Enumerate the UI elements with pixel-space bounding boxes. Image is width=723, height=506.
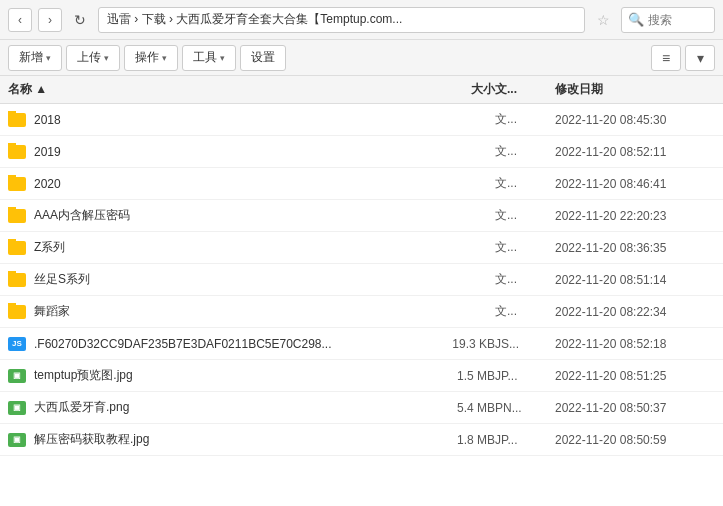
file-name: 2020 bbox=[34, 177, 61, 191]
file-name-cell: 丝足S系列 bbox=[8, 271, 405, 289]
menu-button[interactable]: ≡ bbox=[651, 45, 681, 71]
new-dropdown-arrow: ▾ bbox=[46, 53, 51, 63]
file-type: 文... bbox=[495, 271, 555, 288]
new-button[interactable]: 新增 ▾ bbox=[8, 45, 62, 71]
file-date: 2022-11-20 08:50:37 bbox=[555, 401, 715, 415]
file-date: 2022-11-20 08:22:34 bbox=[555, 305, 715, 319]
file-type: 文... bbox=[495, 175, 555, 192]
image-file-icon: ▣ bbox=[8, 433, 26, 447]
tools-dropdown-arrow: ▾ bbox=[220, 53, 225, 63]
file-type: 文... bbox=[495, 207, 555, 224]
table-row[interactable]: ▣ temptup预览图.jpg 1.5 MB JP... 2022-11-20… bbox=[0, 360, 723, 392]
file-size: 19.3 KB bbox=[405, 337, 495, 351]
file-size: 1.8 MB bbox=[405, 433, 495, 447]
file-name-cell: 2020 bbox=[8, 175, 405, 193]
table-row[interactable]: 舞蹈家 文... 2022-11-20 08:22:34 bbox=[0, 296, 723, 328]
star-button[interactable]: ☆ bbox=[591, 8, 615, 32]
file-name: 丝足S系列 bbox=[34, 271, 90, 288]
image-file-icon: ▣ bbox=[8, 401, 26, 415]
file-name: Z系列 bbox=[34, 239, 65, 256]
refresh-button[interactable]: ↻ bbox=[68, 8, 92, 32]
folder-icon bbox=[8, 177, 26, 191]
header-type[interactable]: 文... bbox=[495, 81, 555, 98]
file-date: 2022-11-20 22:20:23 bbox=[555, 209, 715, 223]
table-row[interactable]: JS .F60270D32CC9DAF235B7E3DAF0211BC5E70C… bbox=[0, 328, 723, 360]
file-name: .F60270D32CC9DAF235B7E3DAF0211BC5E70C298… bbox=[34, 337, 332, 351]
header-date[interactable]: 修改日期 bbox=[555, 81, 715, 98]
file-name-cell: JS .F60270D32CC9DAF235B7E3DAF0211BC5E70C… bbox=[8, 335, 405, 353]
file-list-header: 名称 ▲ 大小 文... 修改日期 bbox=[0, 76, 723, 104]
folder-icon bbox=[8, 145, 26, 159]
file-type: PN... bbox=[495, 401, 555, 415]
folder-icon bbox=[8, 305, 26, 319]
file-date: 2022-11-20 08:50:59 bbox=[555, 433, 715, 447]
file-icon-wrapper: ▣ bbox=[8, 431, 26, 449]
file-name-cell: ▣ 解压密码获取教程.jpg bbox=[8, 431, 405, 449]
header-name[interactable]: 名称 ▲ bbox=[8, 81, 405, 98]
file-icon-wrapper bbox=[8, 175, 26, 193]
file-date: 2022-11-20 08:46:41 bbox=[555, 177, 715, 191]
file-name-cell: AAA内含解压密码 bbox=[8, 207, 405, 225]
file-list: 2018 文... 2022-11-20 08:45:30 2019 文... … bbox=[0, 104, 723, 506]
search-input[interactable] bbox=[648, 13, 708, 27]
file-name-cell: ▣ temptup预览图.jpg bbox=[8, 367, 405, 385]
file-date: 2022-11-20 08:36:35 bbox=[555, 241, 715, 255]
folder-icon bbox=[8, 113, 26, 127]
file-name-cell: ▣ 大西瓜爱牙育.png bbox=[8, 399, 405, 417]
file-name: AAA内含解压密码 bbox=[34, 207, 130, 224]
file-icon-wrapper bbox=[8, 143, 26, 161]
file-icon-wrapper bbox=[8, 303, 26, 321]
file-name: 2018 bbox=[34, 113, 61, 127]
file-icon-wrapper: ▣ bbox=[8, 399, 26, 417]
file-name: 解压密码获取教程.jpg bbox=[34, 431, 149, 448]
file-type: 文... bbox=[495, 303, 555, 320]
file-size: 5.4 MB bbox=[405, 401, 495, 415]
file-name-cell: Z系列 bbox=[8, 239, 405, 257]
file-icon-wrapper: ▣ bbox=[8, 367, 26, 385]
action-toolbar: 新增 ▾ 上传 ▾ 操作 ▾ 工具 ▾ 设置 ≡ ▾ bbox=[0, 40, 723, 76]
file-name-cell: 舞蹈家 bbox=[8, 303, 405, 321]
file-name: 舞蹈家 bbox=[34, 303, 70, 320]
table-row[interactable]: 丝足S系列 文... 2022-11-20 08:51:14 bbox=[0, 264, 723, 296]
file-type: 文... bbox=[495, 239, 555, 256]
table-row[interactable]: 2018 文... 2022-11-20 08:45:30 bbox=[0, 104, 723, 136]
file-date: 2022-11-20 08:51:14 bbox=[555, 273, 715, 287]
file-date: 2022-11-20 08:51:25 bbox=[555, 369, 715, 383]
file-icon-wrapper bbox=[8, 239, 26, 257]
file-icon-wrapper: JS bbox=[8, 335, 26, 353]
forward-button[interactable]: › bbox=[38, 8, 62, 32]
more-button[interactable]: ▾ bbox=[685, 45, 715, 71]
tools-button[interactable]: 工具 ▾ bbox=[182, 45, 236, 71]
file-icon-wrapper bbox=[8, 207, 26, 225]
file-type: JP... bbox=[495, 433, 555, 447]
folder-icon bbox=[8, 209, 26, 223]
folder-icon bbox=[8, 241, 26, 255]
file-name: 大西瓜爱牙育.png bbox=[34, 399, 129, 416]
file-type: 文... bbox=[495, 111, 555, 128]
table-row[interactable]: AAA内含解压密码 文... 2022-11-20 22:20:23 bbox=[0, 200, 723, 232]
settings-button[interactable]: 设置 bbox=[240, 45, 286, 71]
upload-dropdown-arrow: ▾ bbox=[104, 53, 109, 63]
upload-button[interactable]: 上传 ▾ bbox=[66, 45, 120, 71]
file-type: JS... bbox=[495, 337, 555, 351]
table-row[interactable]: ▣ 大西瓜爱牙育.png 5.4 MB PN... 2022-11-20 08:… bbox=[0, 392, 723, 424]
folder-icon bbox=[8, 273, 26, 287]
action-dropdown-arrow: ▾ bbox=[162, 53, 167, 63]
search-box: 🔍 bbox=[621, 7, 715, 33]
file-icon-wrapper bbox=[8, 111, 26, 129]
search-icon: 🔍 bbox=[628, 12, 644, 27]
file-name-cell: 2019 bbox=[8, 143, 405, 161]
back-button[interactable]: ‹ bbox=[8, 8, 32, 32]
file-name: temptup预览图.jpg bbox=[34, 367, 133, 384]
file-type: JP... bbox=[495, 369, 555, 383]
table-row[interactable]: 2019 文... 2022-11-20 08:52:11 bbox=[0, 136, 723, 168]
js-file-icon: JS bbox=[8, 337, 26, 351]
image-file-icon: ▣ bbox=[8, 369, 26, 383]
action-button[interactable]: 操作 ▾ bbox=[124, 45, 178, 71]
file-date: 2022-11-20 08:45:30 bbox=[555, 113, 715, 127]
header-size[interactable]: 大小 bbox=[405, 81, 495, 98]
table-row[interactable]: ▣ 解压密码获取教程.jpg 1.8 MB JP... 2022-11-20 0… bbox=[0, 424, 723, 456]
address-bar: ‹ › ↻ 迅雷 › 下载 › 大西瓜爱牙育全套大合集【Temptup.com.… bbox=[0, 0, 723, 40]
table-row[interactable]: 2020 文... 2022-11-20 08:46:41 bbox=[0, 168, 723, 200]
table-row[interactable]: Z系列 文... 2022-11-20 08:36:35 bbox=[0, 232, 723, 264]
